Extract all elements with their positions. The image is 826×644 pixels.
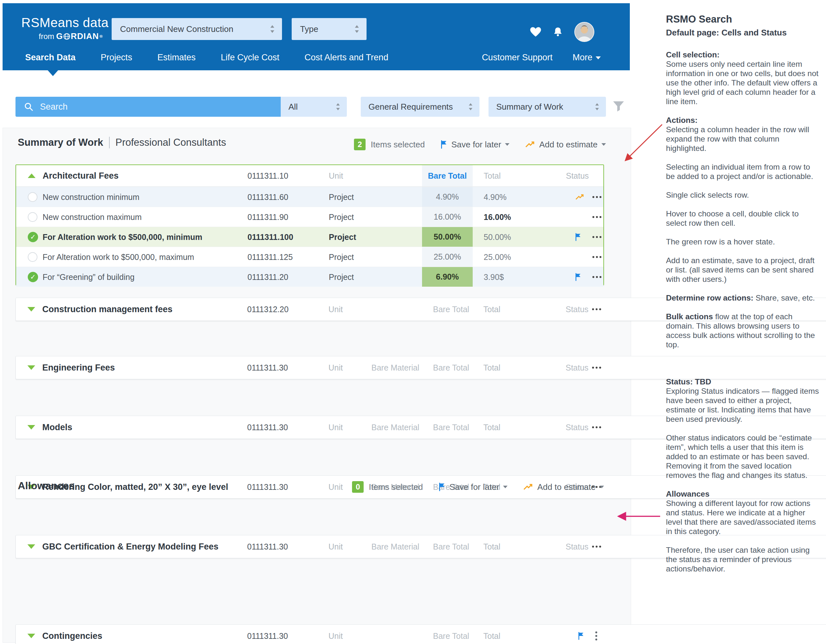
- table-row-selected[interactable]: ✓ For Alteration work to $500,000, minim…: [16, 227, 603, 247]
- radio-unchecked-icon[interactable]: [28, 192, 37, 202]
- save-for-later-button[interactable]: Save for later: [441, 139, 510, 150]
- column-header-unit[interactable]: Unit: [328, 305, 343, 314]
- row-more-actions-icon[interactable]: [592, 236, 601, 238]
- nav-estimates[interactable]: Estimates: [157, 53, 196, 63]
- annotation-paragraph: AllowancesShowing a different layout for…: [666, 489, 820, 536]
- column-header-bare-total[interactable]: Bare Total: [433, 632, 469, 641]
- select-spinner-icon: [354, 25, 359, 33]
- cell-total[interactable]: 4.90%: [484, 192, 506, 201]
- column-header-bare-total[interactable]: Bare Total: [433, 363, 469, 373]
- radio-unchecked-icon[interactable]: [28, 252, 37, 262]
- table-row[interactable]: New construction minimum 0111311.60 Proj…: [16, 187, 603, 207]
- column-header-status[interactable]: Status: [566, 305, 588, 314]
- rsmeans-logo[interactable]: RSMeans data from G RDIAN ®: [21, 15, 109, 41]
- favorites-heart-icon[interactable]: [530, 27, 542, 37]
- row-more-actions-icon[interactable]: [592, 546, 601, 548]
- cell-total[interactable]: 3.90$: [484, 272, 504, 282]
- category-select[interactable]: General Requirements: [361, 97, 480, 117]
- column-header-unit[interactable]: Unit: [328, 632, 343, 641]
- column-header-unit[interactable]: Unit: [329, 171, 343, 181]
- column-header-total[interactable]: Total: [483, 423, 500, 432]
- expand-icon[interactable]: [28, 634, 35, 638]
- row-more-actions-icon[interactable]: [592, 216, 601, 218]
- column-header-total[interactable]: Total: [484, 171, 501, 181]
- column-header-unit[interactable]: Unit: [328, 423, 343, 432]
- type-select[interactable]: Type: [292, 18, 366, 40]
- nav-more[interactable]: More: [572, 53, 601, 63]
- cell-total[interactable]: 25.00%: [484, 252, 511, 262]
- card-header-row[interactable]: Architectural Fees 0111311.10 Unit Bare …: [16, 165, 603, 187]
- flag-icon[interactable]: [575, 273, 581, 281]
- flag-icon[interactable]: [578, 632, 584, 640]
- column-header-bare-material[interactable]: Bare Material: [371, 542, 419, 551]
- search-input[interactable]: [39, 102, 247, 112]
- trend-icon[interactable]: [575, 194, 585, 200]
- expand-icon[interactable]: [28, 544, 35, 549]
- card-title: GBC Certification & Energy Modeling Fees: [42, 542, 219, 552]
- search-bar[interactable]: [16, 97, 281, 117]
- table-row[interactable]: New construction maximum 0111311.90 Proj…: [16, 207, 603, 227]
- row-more-actions-icon[interactable]: [592, 426, 601, 428]
- annotation-subtitle: Default page: Cells and Status: [666, 28, 820, 38]
- save-for-later-button[interactable]: Save for later: [438, 482, 508, 492]
- column-header-bare-total[interactable]: Bare Total: [433, 542, 469, 551]
- nav-customer-support[interactable]: Customer Support: [482, 53, 553, 63]
- column-header-status[interactable]: Status: [566, 423, 588, 432]
- row-unit: Project: [329, 252, 354, 262]
- row-more-actions-icon[interactable]: [592, 196, 601, 198]
- expand-icon[interactable]: [28, 365, 35, 370]
- row-more-actions-icon[interactable]: [592, 367, 601, 368]
- table-row[interactable]: ✓ For “Greening” of building 0111311.20 …: [16, 267, 603, 287]
- row-more-actions-icon[interactable]: [592, 276, 601, 278]
- column-header-total[interactable]: Total: [483, 363, 500, 373]
- check-circle-icon[interactable]: ✓: [28, 232, 38, 242]
- cell-bare-total[interactable]: 4.90%: [422, 187, 473, 207]
- row-label: New construction maximum: [43, 212, 142, 221]
- user-avatar[interactable]: [574, 22, 594, 42]
- cell-bare-total-highlighted[interactable]: 6.90%: [422, 267, 473, 287]
- dataset-select[interactable]: Commercial New Construction: [112, 18, 282, 40]
- flag-icon[interactable]: [575, 233, 581, 241]
- cell-total[interactable]: 16.00%: [484, 212, 511, 221]
- column-header-total[interactable]: Total: [483, 632, 500, 641]
- expand-icon[interactable]: [28, 307, 35, 311]
- nav-search-data[interactable]: Search Data: [25, 53, 76, 63]
- column-header-total[interactable]: Total: [483, 542, 500, 551]
- add-to-estimate-button[interactable]: Add to estimate: [523, 482, 604, 492]
- column-header-unit[interactable]: Unit: [328, 363, 343, 373]
- column-header-unit[interactable]: Unit: [328, 483, 343, 492]
- column-header-bare-total[interactable]: Bare Total: [433, 423, 469, 432]
- cell-total[interactable]: 50.00%: [484, 232, 511, 242]
- notifications-bell-icon[interactable]: [553, 26, 564, 38]
- gordian-globe-icon: [63, 33, 70, 40]
- radio-unchecked-icon[interactable]: [28, 212, 37, 222]
- column-header-total[interactable]: Total: [483, 305, 500, 314]
- column-header-status[interactable]: Status: [566, 542, 588, 551]
- cell-bare-total[interactable]: 25.00%: [422, 247, 473, 267]
- column-header-bare-material[interactable]: Bare Material: [371, 363, 419, 373]
- column-header-status[interactable]: Status: [566, 171, 589, 181]
- expand-icon[interactable]: [28, 425, 35, 430]
- check-circle-icon[interactable]: ✓: [28, 272, 38, 282]
- card-code: 0111311.10: [247, 171, 289, 181]
- cell-bare-total-highlighted[interactable]: 50.00%: [422, 227, 473, 247]
- kebab-menu-icon[interactable]: [595, 632, 597, 641]
- column-header-bare-total[interactable]: Bare Total: [433, 305, 469, 314]
- row-more-actions-icon[interactable]: [592, 256, 601, 258]
- allowance-card-contingencies[interactable]: Contingencies 0111311.30 Unit Bare Total…: [16, 624, 826, 644]
- cell-bare-total[interactable]: 16.00%: [422, 207, 473, 227]
- collapse-icon[interactable]: [28, 173, 36, 178]
- column-header-bare-material[interactable]: Bare Material: [371, 423, 419, 432]
- nav-projects[interactable]: Projects: [101, 53, 132, 63]
- table-row[interactable]: For Alteration work to $500,000, maximum…: [16, 247, 603, 267]
- column-header-bare-total[interactable]: Bare Total: [422, 165, 473, 186]
- nav-cost-alerts[interactable]: Cost Alerts and Trend: [304, 53, 388, 63]
- nav-life-cycle-cost[interactable]: Life Cycle Cost: [221, 53, 279, 63]
- search-scope-select[interactable]: All: [281, 97, 347, 117]
- row-more-actions-icon[interactable]: [592, 308, 601, 310]
- add-to-estimate-button[interactable]: Add to estimate: [525, 139, 606, 150]
- filter-funnel-icon[interactable]: [612, 101, 625, 112]
- subcategory-select[interactable]: Summary of Work: [489, 97, 606, 117]
- column-header-unit[interactable]: Unit: [328, 542, 343, 551]
- column-header-status[interactable]: Status: [566, 363, 588, 373]
